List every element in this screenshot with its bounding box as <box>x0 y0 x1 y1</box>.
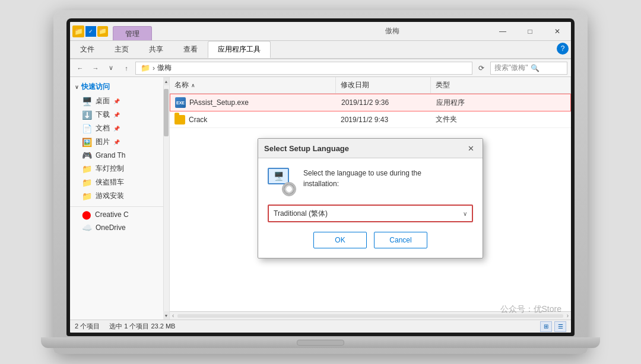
cancel-button[interactable]: Cancel <box>374 232 427 248</box>
status-view-controls: ⊞ ☰ <box>540 321 566 332</box>
dialog-top-row: 🖥️ Select the language to use during the… <box>268 168 473 196</box>
main-area: ∨ 快速访问 🖥️ 桌面 📌 ⬇️ 下载 📌 <box>70 77 571 320</box>
sidebar-label-grandtheft: Grand Th <box>96 151 125 159</box>
downloads-icon: ⬇️ <box>82 110 92 120</box>
title-bar-left: 📁 ✓ 📁 <box>70 22 110 40</box>
tab-view[interactable]: 查看 <box>173 41 208 58</box>
title-check-icon: ✓ <box>85 26 96 37</box>
forward-button[interactable]: → <box>89 62 102 75</box>
sidebar-label-pictures: 图片 <box>96 137 110 147</box>
ribbon-tabs: 文件 主页 共享 查看 应用程序工具 ? <box>70 41 571 59</box>
setup-language-dialog: Select Setup Language ✕ <box>258 138 483 258</box>
quick-access-expand-icon: ∨ <box>75 84 79 90</box>
quick-access-section: ∨ 快速访问 🖥️ 桌面 📌 ⬇️ 下载 📌 <box>70 77 169 205</box>
pin-icon-documents: 📌 <box>113 126 120 132</box>
dialog-title: Select Setup Language <box>264 144 349 153</box>
search-box[interactable]: 搜索"傲梅" 🔍 <box>490 62 567 75</box>
sidebar-item-desktop[interactable]: 🖥️ 桌面 📌 <box>70 94 169 108</box>
dialog-message: Select the language to use during the in… <box>303 168 421 189</box>
trackpad <box>297 340 344 346</box>
title-controls: — □ ✕ <box>489 22 571 40</box>
path-separator: › <box>153 64 155 72</box>
up-button[interactable]: ↑ <box>120 62 133 75</box>
carlights-folder-icon: 📁 <box>82 164 92 174</box>
onedrive-icon: ☁️ <box>82 223 92 232</box>
pictures-icon: 🖼️ <box>82 138 92 147</box>
screen-bezel: 📁 ✓ 📁 管理 傲梅 — □ <box>66 18 575 336</box>
language-dropdown-row: Traditional (繁体) ∨ <box>268 205 473 222</box>
sidebar-label-desktop: 桌面 <box>96 96 110 106</box>
dropdown-button[interactable]: ∨ <box>104 62 118 75</box>
path-folder-name: 傲梅 <box>157 63 172 73</box>
sidebar-item-carlights[interactable]: 📁 车灯控制 <box>70 162 169 175</box>
dialog-overlay: Select Setup Language ✕ <box>170 77 571 320</box>
desktop-icon: 🖥️ <box>82 97 92 106</box>
setup-icon: 🖥️ <box>268 168 296 196</box>
sidebar-label-carlights: 车灯控制 <box>96 164 124 174</box>
sidebar-item-onedrive[interactable]: ☁️ OneDrive <box>70 221 169 234</box>
address-bar: ← → ∨ ↑ 📁 › 傲梅 ⟳ 搜索"傲梅" 🔍 <box>70 59 571 77</box>
search-icon: 🔍 <box>531 64 540 72</box>
tab-file[interactable]: 文件 <box>70 41 104 58</box>
pin-icon-pictures: 📌 <box>113 139 120 145</box>
ok-button[interactable]: OK <box>313 232 367 248</box>
title-folder2-icon: 📁 <box>97 26 108 37</box>
search-placeholder: 搜索"傲梅" <box>494 63 528 73</box>
close-button[interactable]: ✕ <box>544 22 571 41</box>
sidebar-scroll-down[interactable]: ▼ <box>163 311 169 320</box>
sidebar-label-creative: Creative C <box>95 210 129 219</box>
laptop-shell: 📁 ✓ 📁 管理 傲梅 — □ <box>53 10 588 354</box>
sidebar-item-documents[interactable]: 📄 文档 📌 <box>70 122 169 135</box>
sidebar-item-creative[interactable]: ⬤ Creative C <box>70 208 169 221</box>
sidebar-label-downloads: 下载 <box>96 110 110 120</box>
sidebar-label-gameinstall: 游戏安装 <box>96 191 124 201</box>
address-path[interactable]: 📁 › 傲梅 <box>135 62 472 75</box>
status-bar: 2 个项目 选中 1 个项目 23.2 MB ⊞ ☰ <box>70 320 571 333</box>
monitor-icon: 🖥️ <box>268 168 289 184</box>
game-icon: 🎮 <box>82 151 92 160</box>
gameinstall-folder-icon: 📁 <box>82 191 92 201</box>
title-bar: 📁 ✓ 📁 管理 傲梅 — □ <box>70 22 571 41</box>
ribbon: 文件 主页 共享 查看 应用程序工具 ? <box>70 41 571 59</box>
dropdown-arrow-icon: ∨ <box>463 210 467 217</box>
tab-app-tools[interactable]: 应用程序工具 <box>208 41 271 58</box>
sidebar-scroll-thumb <box>164 89 169 136</box>
item-count: 2 个项目 <box>75 322 100 331</box>
sidebar-item-gameinstall[interactable]: 📁 游戏安装 <box>70 189 169 203</box>
sidebar-item-downloads[interactable]: ⬇️ 下载 📌 <box>70 108 169 122</box>
sidebar-divider <box>70 206 169 207</box>
tab-manage[interactable]: 管理 <box>113 26 152 40</box>
refresh-button[interactable]: ⟳ <box>475 62 488 75</box>
pin-icon-downloads: 📌 <box>113 112 120 118</box>
explorer-window: 📁 ✓ 📁 管理 傲梅 — □ <box>70 22 571 333</box>
creative-icon: ⬤ <box>82 210 91 219</box>
back-button[interactable]: ← <box>74 62 87 75</box>
sidebar-item-grandtheft[interactable]: 🎮 Grand Th <box>70 149 169 162</box>
dialog-buttons: OK Cancel <box>268 232 473 248</box>
minimize-button[interactable]: — <box>489 22 516 41</box>
quick-access-label: 快速访问 <box>81 82 110 92</box>
sidebar-item-gta[interactable]: 📁 侠盗猎车 <box>70 175 169 189</box>
laptop-bottom <box>41 337 600 348</box>
pin-icon-desktop: 📌 <box>113 98 120 104</box>
maximize-button[interactable]: □ <box>516 22 544 41</box>
tab-home[interactable]: 主页 <box>104 41 139 58</box>
window-title: 傲梅 <box>295 22 489 40</box>
language-dropdown[interactable]: Traditional (繁体) ∨ <box>268 205 473 222</box>
selected-info: 选中 1 个项目 23.2 MB <box>109 322 175 331</box>
dialog-title-bar: Select Setup Language ✕ <box>258 139 483 158</box>
sidebar-scrollbar: ▲ ▼ <box>163 77 169 320</box>
dialog-close-button[interactable]: ✕ <box>465 142 477 154</box>
path-folder-icon: 📁 <box>141 63 150 72</box>
title-tabs: 管理 <box>110 22 295 40</box>
grid-view-button[interactable]: ⊞ <box>540 321 552 332</box>
list-view-button[interactable]: ☰ <box>554 321 566 332</box>
sidebar: ∨ 快速访问 🖥️ 桌面 📌 ⬇️ 下载 📌 <box>70 77 170 320</box>
sidebar-item-pictures[interactable]: 🖼️ 图片 📌 <box>70 135 169 149</box>
cd-icon <box>282 182 296 196</box>
documents-icon: 📄 <box>82 124 92 133</box>
tab-share[interactable]: 共享 <box>139 41 173 58</box>
sidebar-label-onedrive: OneDrive <box>96 223 126 232</box>
sidebar-scroll-up[interactable]: ▲ <box>163 77 169 85</box>
help-button[interactable]: ? <box>557 43 569 55</box>
